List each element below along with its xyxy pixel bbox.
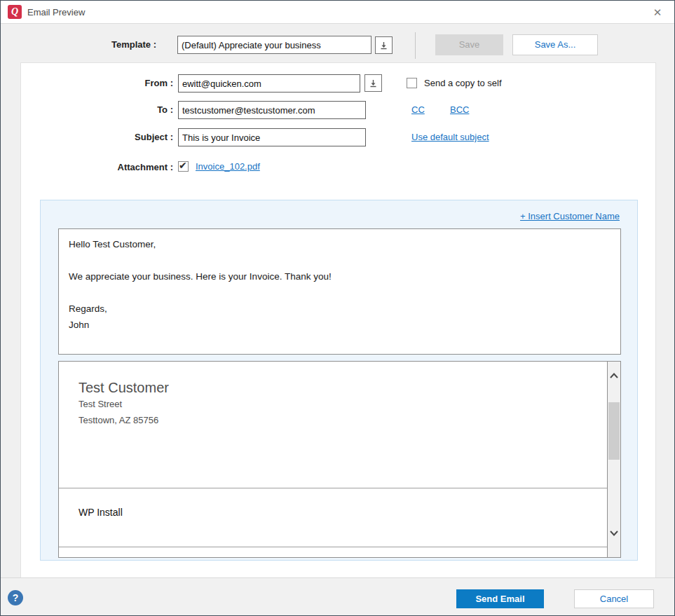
template-dropdown-button[interactable] bbox=[375, 36, 393, 54]
email-form-panel: From : Send a copy to self To : CC BCC bbox=[20, 62, 656, 579]
message-line: Hello Test Customer, bbox=[69, 236, 611, 252]
preview-customer-name: Test Customer bbox=[79, 380, 169, 396]
use-default-subject-link[interactable]: Use default subject bbox=[411, 128, 489, 146]
preview-address-line: Test Street bbox=[79, 399, 122, 409]
message-line bbox=[69, 285, 611, 301]
attachment-row: Attachment : Invoice_102.pdf bbox=[21, 158, 655, 177]
template-input[interactable] bbox=[177, 36, 371, 54]
preview-item-name: WP Install bbox=[79, 507, 123, 518]
to-row: To : CC BCC bbox=[21, 101, 655, 119]
insert-customer-name-link[interactable]: + Insert Customer Name bbox=[520, 211, 620, 221]
email-preview-dialog: Q Email Preview ✕ Template : Save Save A… bbox=[0, 0, 675, 616]
quicken-logo-icon: Q bbox=[8, 5, 22, 19]
attachment-file-link[interactable]: Invoice_102.pdf bbox=[196, 158, 260, 175]
from-label: From : bbox=[21, 74, 173, 93]
down-arrow-to-bar-icon bbox=[380, 41, 388, 50]
bcc-link[interactable]: BCC bbox=[450, 101, 469, 119]
subject-label: Subject : bbox=[21, 128, 173, 146]
to-input[interactable] bbox=[178, 101, 366, 119]
subject-row: Subject : Use default subject bbox=[21, 128, 655, 146]
down-arrow-to-bar-icon bbox=[369, 79, 377, 88]
save-as-button[interactable]: Save As... bbox=[512, 34, 598, 55]
compose-panel: + Insert Customer Name Hello Test Custom… bbox=[40, 200, 638, 561]
from-row: From : Send a copy to self bbox=[21, 74, 655, 93]
divider bbox=[415, 32, 416, 59]
attachment-checkbox[interactable] bbox=[178, 161, 189, 172]
preview-address-line: Testtown, AZ 85756 bbox=[79, 415, 158, 425]
window-title: Email Preview bbox=[27, 7, 85, 18]
chevron-down-icon bbox=[610, 531, 618, 536]
invoice-preview: Test Customer Test Street Testtown, AZ 8… bbox=[58, 361, 621, 558]
message-line: We appreciate your business. Here is you… bbox=[69, 268, 611, 285]
cc-link[interactable]: CC bbox=[411, 101, 425, 119]
from-input[interactable] bbox=[178, 74, 360, 93]
message-line bbox=[69, 252, 611, 268]
attachment-label: Attachment : bbox=[21, 158, 173, 177]
scroll-up-button[interactable] bbox=[608, 370, 620, 381]
save-button[interactable]: Save bbox=[435, 34, 503, 55]
send-email-button[interactable]: Send Email bbox=[456, 589, 544, 608]
help-icon[interactable]: ? bbox=[8, 590, 23, 605]
close-icon[interactable]: ✕ bbox=[650, 6, 664, 20]
divider bbox=[59, 488, 607, 488]
scrollbar-thumb[interactable] bbox=[608, 402, 620, 460]
divider bbox=[59, 547, 607, 547]
message-body-textarea[interactable]: Hello Test Customer, We appreciate your … bbox=[58, 228, 621, 355]
message-line: Regards, bbox=[69, 301, 611, 317]
from-dropdown-button[interactable] bbox=[364, 74, 382, 92]
scroll-down-button[interactable] bbox=[608, 528, 620, 539]
title-bar: Q Email Preview ✕ bbox=[1, 1, 674, 24]
chevron-up-icon bbox=[610, 373, 618, 378]
message-line: John bbox=[69, 317, 611, 333]
send-copy-label: Send a copy to self bbox=[424, 74, 502, 93]
cancel-button[interactable]: Cancel bbox=[574, 589, 654, 608]
to-label: To : bbox=[21, 101, 173, 119]
template-label: Template : bbox=[1, 39, 156, 50]
subject-input[interactable] bbox=[178, 128, 366, 146]
preview-scrollbar[interactable] bbox=[607, 362, 620, 557]
send-copy-checkbox[interactable] bbox=[407, 78, 417, 88]
footer-bar: ? Send Email Cancel bbox=[1, 577, 674, 615]
